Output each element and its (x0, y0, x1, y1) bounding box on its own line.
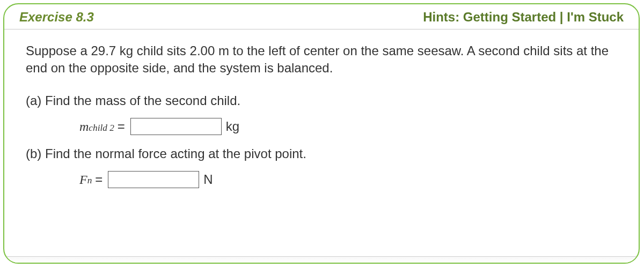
mass-value: 29.7 (91, 43, 116, 58)
part-a-subscript: child 2 (89, 122, 114, 134)
problem-text-prefix: Suppose a (26, 43, 91, 58)
hints-block: Hints: Getting Started | I'm Stuck (423, 10, 624, 25)
exercise-title: Exercise 8.3 (19, 10, 94, 25)
part-b-input[interactable] (108, 171, 199, 188)
card-footer-line (4, 256, 639, 263)
getting-started-link[interactable]: Getting Started (463, 10, 556, 24)
part-b-equals: = (95, 171, 103, 188)
part-b-subscript: n (87, 174, 92, 187)
part-a-var: m (79, 118, 89, 135)
hints-label: Hints: (423, 10, 459, 24)
part-b-answer-row: Fn = N (79, 171, 617, 188)
part-a-input[interactable] (130, 118, 222, 135)
card-body: Suppose a 29.7 kg child sits 2.00 m to t… (4, 29, 639, 209)
part-a-label: (a) Find the mass of the second child. (26, 92, 617, 109)
distance-value: 2.00 (190, 43, 215, 58)
im-stuck-link[interactable]: I'm Stuck (567, 10, 624, 24)
part-b-var: F (79, 171, 87, 188)
part-b-label: (b) Find the normal force acting at the … (26, 145, 617, 162)
problem-statement: Suppose a 29.7 kg child sits 2.00 m to t… (26, 42, 617, 77)
part-b-unit: N (203, 171, 213, 188)
exercise-card: Exercise 8.3 Hints: Getting Started | I'… (3, 3, 640, 264)
part-a-unit: kg (226, 118, 239, 135)
card-header: Exercise 8.3 Hints: Getting Started | I'… (4, 4, 639, 29)
part-a-answer-row: mchild 2 = kg (79, 118, 617, 135)
part-a-equals: = (118, 118, 125, 135)
hints-separator: | (560, 10, 564, 24)
problem-text-mass-unit: kg child sits (116, 43, 189, 58)
